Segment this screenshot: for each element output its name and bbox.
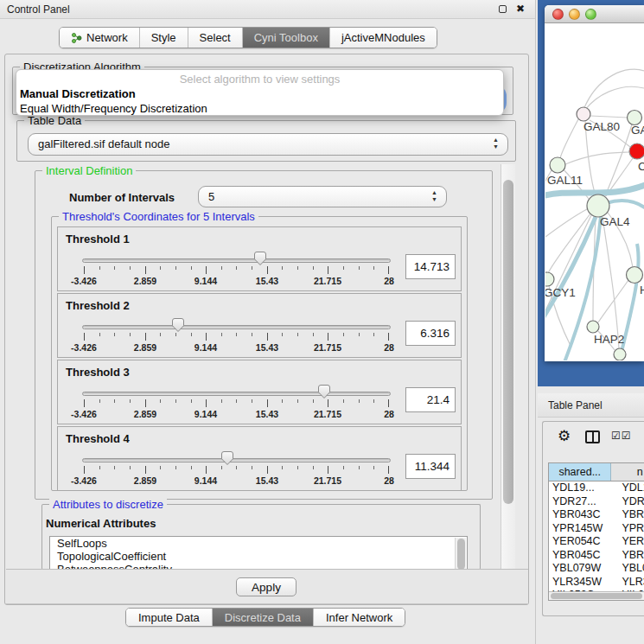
tab-select-label: Select [200,31,231,44]
table-row[interactable]: YPR145WYPR1 [549,522,644,536]
threshold-4-value-field[interactable] [405,454,456,479]
tab-infer-network[interactable]: Infer Network [313,609,405,626]
close-icon[interactable]: ✖ [516,3,525,15]
app-screen: Control Panel ✖ Network Style Select Cyn… [0,0,644,644]
table-row[interactable]: YDR27...YDR2 [549,495,644,509]
table-row[interactable]: YER054CYER0 [549,535,644,549]
control-panel-titlebar: Control Panel ✖ [0,0,535,19]
network-window: GAL80 GA C GAL11 GAL4 GCY1 H HAP2 [545,5,644,361]
threshold-3-slider-handle[interactable] [317,384,331,399]
split-columns-icon[interactable] [585,430,600,443]
thresholds-group-title: Threshold's Coordinates for 5 Intervals [59,210,258,223]
threshold-4-label: Threshold 4 [66,432,130,445]
cell: YDL1 [611,481,644,495]
table-data-group: Table Data galFiltered.sif default node … [16,120,516,162]
tick-label: -3.426 [71,409,97,419]
threshold-3-slider-track[interactable] [82,392,391,396]
slider-ticks [84,266,389,274]
list-item-selfloops[interactable]: SelfLoops [50,537,467,550]
table-hscrollbar-thumb[interactable] [551,593,642,599]
tab-network-label: Network [86,31,128,44]
threshold-2-slider-handle[interactable] [171,317,185,333]
threshold-4-slider-handle[interactable] [220,450,234,466]
threshold-2-slider-track[interactable] [82,325,391,329]
cell: YBL079W [549,562,611,576]
tick-label: 28 [384,409,394,419]
tick-label: 21.715 [314,342,341,353]
main-scrollbar-thumb[interactable] [503,180,513,504]
tab-discretize-data[interactable]: Discretize Data [212,609,313,626]
node-gal80[interactable] [577,107,590,121]
tab-impute-data-label: Impute Data [138,611,200,624]
dropdown-option-equal-width[interactable]: Equal Width/Frequency Discretization [20,102,207,115]
network-canvas[interactable]: GAL80 GA C GAL11 GAL4 GCY1 H HAP2 [545,23,644,360]
node-label-gal4: GAL4 [600,215,630,228]
threshold-1-value-field[interactable] [405,254,456,279]
column-checkbox-icons[interactable]: ☑☑ [611,430,632,442]
tick-label: 9.144 [194,276,217,286]
table-row[interactable]: YBL079WYBL0 [549,562,644,576]
threshold-1-slider-track[interactable] [82,258,391,263]
node-red-selected[interactable] [629,143,644,159]
tab-network[interactable]: Network [60,28,139,48]
list-item-topologicalcoefficient[interactable]: TopologicalCoefficient [50,550,467,563]
tab-impute-data[interactable]: Impute Data [126,609,212,626]
threshold-2-value-field[interactable] [405,321,456,346]
num-intervals-label: Number of Intervals [69,191,175,204]
num-intervals-spinner[interactable]: 5 ▲▼ [198,186,447,207]
tab-select[interactable]: Select [188,28,242,48]
tab-cyni-toolbox[interactable]: Cyni Toolbox [242,28,329,48]
table-data-combobox[interactable]: galFiltered.sif default node ▲▼ [28,133,508,156]
spinner-arrows-icon: ▲▼ [431,189,437,203]
tab-jactivemnodules[interactable]: jActiveMNodules [329,28,437,48]
threshold-1-slider-handle[interactable] [253,251,267,266]
gear-icon[interactable]: ⚙ [558,427,571,445]
network-window-titlebar[interactable] [545,5,644,23]
node-gal4[interactable] [587,194,609,217]
threshold-3-value-field[interactable] [405,387,456,412]
tick-label: 21.715 [314,276,341,286]
close-traffic-light-icon[interactable] [552,9,564,20]
node-top-right[interactable] [628,111,642,125]
threshold-4-slider-track[interactable] [82,458,391,462]
table-panel-title: Table Panel [548,399,603,411]
tick-label: 2.859 [134,409,156,419]
tick-label: 15.43 [256,475,278,486]
column-header-shared[interactable]: shared... [549,463,611,481]
float-window-icon[interactable] [499,5,507,13]
attributes-group: Attributes to discretize Numerical Attri… [41,504,481,570]
node-h[interactable] [627,267,643,284]
node-hap2[interactable] [587,321,599,333]
slider-ticks [84,333,389,341]
node-bottom-partial[interactable] [614,348,626,360]
dropdown-option-manual[interactable]: Manual Discretization [20,87,136,100]
threshold-3-label: Threshold 3 [66,366,130,379]
tick-label: -3.426 [71,276,97,286]
table-row[interactable]: YBR043CYBR0 [549,508,644,522]
node-label-partial-ga: GA [631,124,644,137]
top-tab-bar: Network Style Select Cyni Toolbox jActiv… [59,27,437,48]
cell: YBR0 [611,508,644,522]
table-hscrollbar-track[interactable] [549,591,644,600]
list-scrollbar-track[interactable] [455,538,466,571]
list-scrollbar-thumb[interactable] [457,539,465,570]
tick-label: 15.43 [256,342,278,353]
tick-label: -3.426 [71,475,97,486]
tab-style[interactable]: Style [139,28,188,48]
table-header-row: shared... n [549,463,644,481]
dropdown-hint: Select algorithm to view settings [16,73,503,86]
minimize-traffic-light-icon[interactable] [569,9,580,20]
table-row[interactable]: YDL19...YDL1 [549,481,644,495]
main-scrollbar-track[interactable] [501,164,515,569]
apply-button[interactable]: Apply [236,577,296,596]
zoom-traffic-light-icon[interactable] [585,9,596,20]
cell: YER054C [549,535,611,549]
tick-label: 9.144 [194,409,217,419]
cell: YDR2 [611,495,644,509]
node-gcy1[interactable] [545,272,554,286]
node-gal11[interactable] [550,157,565,173]
table-row[interactable]: YBR045CYBR0 [549,549,644,563]
column-header-name[interactable]: n [611,463,644,481]
table-row[interactable]: YLR345WYLR3 [549,576,644,590]
threshold-1-label: Threshold 1 [66,233,130,245]
